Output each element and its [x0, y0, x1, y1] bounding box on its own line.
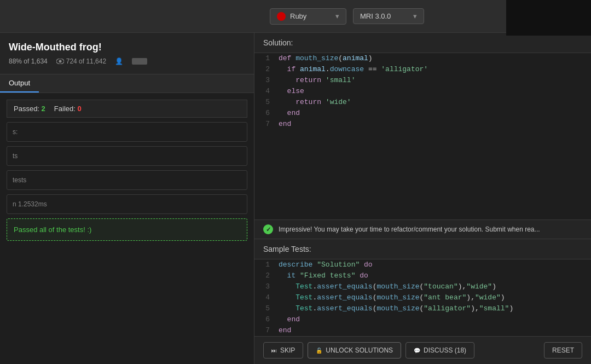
code-line-4: 4 else	[254, 86, 591, 97]
code-line-1: 1 def mouth_size(animal)	[254, 53, 591, 64]
timing-label: n 1.2532ms	[13, 200, 241, 208]
kata-title: Wide-Mouthed frog!	[9, 42, 245, 53]
right-panel: Solution: 1 def mouth_size(animal) 2 if …	[254, 33, 591, 364]
version-chevron-icon: ▾	[413, 12, 417, 20]
sample-line-7: 7 end	[254, 325, 591, 336]
solution-header: Solution:	[254, 33, 591, 53]
sample-line-4: 4 Test.assert_equals(mouth_size("ant bea…	[254, 292, 591, 303]
sample-line-num-6: 6	[254, 314, 276, 325]
language-label: Ruby	[290, 12, 306, 20]
line-num-2: 2	[254, 64, 276, 75]
success-banner: Passed all of the tests! :)	[7, 218, 247, 241]
sample-line-num-5: 5	[254, 303, 276, 314]
unlock-icon: 🔓	[316, 348, 322, 354]
top-bar: Ruby ▾ MRI 3.0.0 ▾	[0, 0, 591, 33]
discuss-label: DISCUSS (18)	[424, 346, 466, 354]
output-section-timing: n 1.2532ms	[7, 194, 247, 214]
user-icon: 👤	[115, 57, 123, 65]
action-bar: ⏭ SKIP 🔓 UNLOCK SOLUTIONS 💬 DISCUSS (18)…	[254, 336, 591, 364]
views-stat: 724 of 11,642	[56, 57, 106, 65]
sample-line-num-4: 4	[254, 292, 276, 303]
failed-label: Failed: 0	[54, 105, 82, 113]
success-check-icon: ✓	[263, 224, 273, 234]
output-section-tests: tests	[7, 170, 247, 190]
language-selector[interactable]: Ruby ▾	[270, 8, 346, 25]
svg-point-1	[59, 60, 61, 63]
avatar	[132, 58, 147, 65]
output-section-ts: ts	[7, 146, 247, 166]
version-label: MRI 3.0.0	[360, 12, 391, 20]
output-section-s: s:	[7, 122, 247, 142]
unlock-solutions-button[interactable]: 🔓 UNLOCK SOLUTIONS	[308, 342, 401, 359]
line-num-5: 5	[254, 97, 276, 108]
kata-header: Wide-Mouthed frog! 88% of 1,634 724 of 1…	[0, 33, 254, 74]
section-label-tests: tests	[13, 176, 241, 184]
output-tab-bar: Output	[0, 74, 254, 93]
sample-tests-header: Sample Tests:	[254, 239, 591, 259]
line-num-7: 7	[254, 119, 276, 130]
code-line-3: 3 return 'small'	[254, 75, 591, 86]
line-num-1: 1	[254, 53, 276, 64]
code-line-7: 7 end	[254, 119, 591, 130]
failed-count: 0	[77, 105, 81, 113]
code-editor[interactable]: 1 def mouth_size(animal) 2 if animal.dow…	[254, 53, 591, 219]
language-chevron-icon: ▾	[335, 12, 339, 20]
code-line-6: 6 end	[254, 108, 591, 119]
sample-line-6: 6 end	[254, 314, 591, 325]
success-text: Passed all of the tests! :)	[14, 226, 91, 234]
unlock-label: UNLOCK SOLUTIONS	[326, 346, 393, 354]
top-right-block	[506, 0, 591, 36]
output-content: Passed: 2 Failed: 0 s: ts tests	[0, 93, 254, 364]
version-selector[interactable]: MRI 3.0.0 ▾	[353, 8, 424, 24]
sample-code-section[interactable]: 1 describe "Solution" do 2 it "Fixed tes…	[254, 259, 591, 336]
code-line-5: 5 return 'wide'	[254, 97, 591, 108]
output-tab[interactable]: Output	[0, 74, 39, 93]
test-status-bar: Passed: 2 Failed: 0	[7, 100, 247, 118]
sample-line-num-1: 1	[254, 259, 276, 270]
reset-label: RESET	[552, 346, 574, 354]
passed-count: 2	[42, 105, 45, 113]
discuss-icon: 💬	[414, 348, 420, 354]
success-message-bar: ✓ Impressive! You may take your time to …	[254, 219, 591, 239]
ruby-icon	[277, 12, 286, 21]
eye-icon	[56, 59, 64, 64]
line-num-3: 3	[254, 75, 276, 86]
sample-line-3: 3 Test.assert_equals(mouth_size("toucan"…	[254, 281, 591, 292]
skip-button[interactable]: ⏭ SKIP	[263, 342, 303, 359]
section-label-s: s:	[13, 128, 241, 136]
sample-line-num-7: 7	[254, 325, 276, 336]
sample-line-2: 2 it "Fixed tests" do	[254, 270, 591, 281]
left-panel: Wide-Mouthed frog! 88% of 1,634 724 of 1…	[0, 33, 254, 364]
code-line-2: 2 if animal.downcase == 'alligator'	[254, 64, 591, 75]
section-label-ts: ts	[13, 152, 241, 160]
sample-line-5: 5 Test.assert_equals(mouth_size("alligat…	[254, 303, 591, 314]
sample-line-num-3: 3	[254, 281, 276, 292]
completion-stat: 88% of 1,634	[9, 57, 48, 65]
passed-label: Passed: 2	[14, 105, 45, 113]
kata-meta: 88% of 1,634 724 of 11,642 👤	[9, 57, 245, 65]
skip-label: SKIP	[280, 346, 295, 354]
sample-line-num-2: 2	[254, 270, 276, 281]
discuss-button[interactable]: 💬 DISCUSS (18)	[405, 342, 474, 359]
reset-button[interactable]: RESET	[544, 342, 582, 359]
sample-line-1: 1 describe "Solution" do	[254, 259, 591, 270]
line-num-6: 6	[254, 108, 276, 119]
skip-icon: ⏭	[271, 348, 277, 354]
success-message-text: Impressive! You may take your time to re…	[279, 226, 540, 233]
line-num-4: 4	[254, 86, 276, 97]
main-layout: Wide-Mouthed frog! 88% of 1,634 724 of 1…	[0, 33, 591, 364]
